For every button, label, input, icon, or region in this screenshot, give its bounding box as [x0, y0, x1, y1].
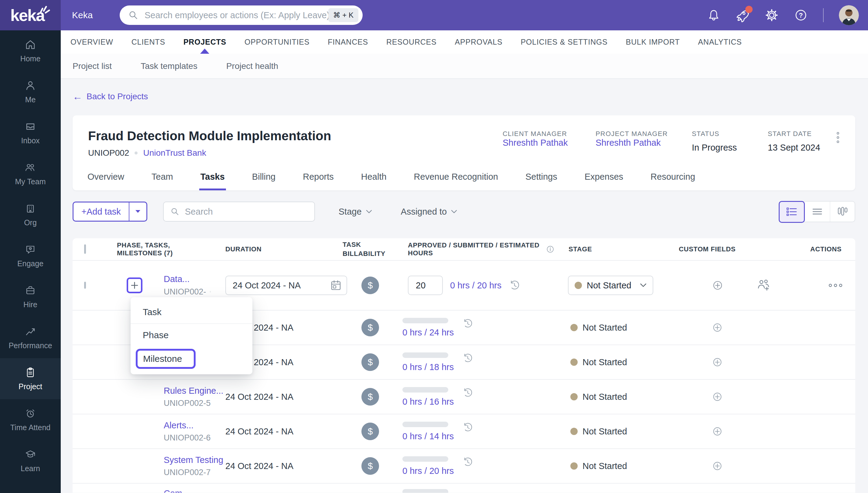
sidebar-item-my-team[interactable]: My Team [0, 153, 61, 194]
back-to-projects-link[interactable]: ← Back to Projects [72, 92, 148, 101]
global-search-input[interactable] [145, 10, 328, 20]
project-more-menu-icon[interactable] [835, 131, 840, 146]
stage-label[interactable]: Not Started [554, 461, 655, 471]
task-name-link[interactable]: Alerts... [164, 421, 211, 430]
history-icon[interactable] [462, 318, 473, 329]
duration-input[interactable]: 24 Oct 2024 - NA [225, 276, 347, 295]
tab-tasks[interactable]: Tasks [199, 165, 226, 190]
global-search[interactable]: ⌘ + K [120, 5, 363, 25]
tab-settings[interactable]: Settings [524, 165, 558, 190]
add-custom-field-icon[interactable] [712, 460, 723, 472]
subnav-project-list[interactable]: Project list [72, 61, 112, 71]
nav-projects[interactable]: PROJECTS [184, 30, 226, 54]
settings-gear-icon[interactable] [765, 8, 779, 22]
sidebar-item-time-attend[interactable]: Time Attend [0, 399, 61, 440]
add-custom-field-icon[interactable] [712, 322, 723, 333]
add-custom-field-icon[interactable] [712, 391, 723, 403]
notifications-bell-icon[interactable] [707, 8, 720, 22]
add-custom-field-icon[interactable] [712, 279, 724, 292]
add-custom-field-icon[interactable] [712, 426, 723, 437]
tab-expenses[interactable]: Expenses [584, 165, 624, 190]
simple-list-view-toggle[interactable] [805, 201, 830, 221]
stage-label[interactable]: Not Started [554, 323, 655, 333]
history-icon[interactable] [462, 387, 473, 398]
nav-bulk-import[interactable]: BULK IMPORT [626, 30, 680, 54]
stage-label[interactable]: Not Started [554, 392, 655, 402]
nav-opportunities[interactable]: OPPORTUNITIES [245, 30, 310, 54]
history-icon[interactable] [462, 456, 473, 468]
nav-overview[interactable]: OVERVIEW [70, 30, 113, 54]
nav-policies-settings[interactable]: POLICIES & SETTINGS [521, 30, 608, 54]
stage-label[interactable]: Not Started [554, 427, 655, 436]
nav-approvals[interactable]: APPROVALS [455, 30, 503, 54]
dropdown-item-phase[interactable]: Phase [131, 324, 252, 346]
subnav-task-templates[interactable]: Task templates [141, 61, 197, 71]
assigned-to-filter[interactable]: Assigned to [401, 207, 458, 217]
billability-icon[interactable]: $ [361, 423, 379, 440]
help-icon[interactable]: ? [794, 8, 808, 22]
keka-logo[interactable]: keka [0, 0, 61, 30]
hours-link[interactable]: 0 hrs / 14 hrs [402, 431, 454, 442]
add-inline-button[interactable] [127, 277, 143, 293]
billability-icon[interactable]: $ [361, 319, 379, 336]
tab-resourcing[interactable]: Resourcing [649, 165, 696, 190]
tab-billing[interactable]: Billing [251, 165, 277, 190]
sidebar-item-performance[interactable]: Performance [0, 317, 61, 358]
history-icon[interactable] [509, 280, 520, 291]
history-icon[interactable] [462, 353, 473, 364]
task-name-link[interactable]: System Testing [164, 455, 211, 465]
sidebar-item-inbox[interactable]: Inbox [0, 112, 61, 153]
hours-link[interactable]: 0 hrs / 18 hrs [402, 362, 454, 372]
add-task-button[interactable]: +Add task [72, 201, 147, 221]
sidebar-item-me[interactable]: Me [0, 71, 61, 112]
nav-finances[interactable]: FINANCES [328, 30, 368, 54]
tab-team[interactable]: Team [150, 165, 174, 190]
nav-resources[interactable]: RESOURCES [386, 30, 437, 54]
add-task-caret[interactable] [129, 202, 146, 221]
info-icon[interactable] [546, 245, 554, 254]
task-name-link[interactable]: Rules Engine... [164, 386, 211, 396]
sidebar-item-home[interactable]: Home [0, 30, 61, 71]
dropdown-item-milestone[interactable]: Milestone [136, 349, 196, 369]
row-more-menu-icon[interactable] [828, 283, 843, 288]
hours-link[interactable]: 0 hrs / 16 hrs [402, 397, 454, 407]
billability-icon[interactable]: $ [361, 277, 379, 294]
detailed-list-view-toggle[interactable] [779, 201, 805, 223]
nav-clients[interactable]: CLIENTS [131, 30, 165, 54]
user-avatar[interactable] [839, 5, 859, 25]
nav-analytics[interactable]: ANALYTICS [698, 30, 742, 54]
task-search[interactable] [163, 201, 315, 221]
billability-icon[interactable]: $ [361, 388, 379, 406]
add-custom-field-icon[interactable] [712, 357, 723, 368]
task-search-input[interactable] [185, 207, 308, 217]
hours-link[interactable]: 0 hrs / 20 hrs [402, 466, 454, 476]
sidebar-item-org[interactable]: Org [0, 194, 61, 235]
sidebar-item-engage[interactable]: Engage [0, 235, 61, 276]
dropdown-item-task[interactable]: Task [131, 301, 252, 323]
billability-icon[interactable]: $ [361, 353, 379, 371]
history-icon[interactable] [462, 422, 473, 433]
stage-filter[interactable]: Stage [339, 207, 372, 217]
tab-overview[interactable]: Overview [86, 165, 125, 190]
tab-reports[interactable]: Reports [302, 165, 335, 190]
row-checkbox[interactable] [84, 282, 86, 289]
billability-icon[interactable]: $ [361, 457, 379, 475]
kanban-view-toggle[interactable] [830, 201, 855, 221]
subnav-project-health[interactable]: Project health [226, 61, 278, 71]
sidebar-item-hire[interactable]: Hire [0, 276, 61, 317]
hours-link[interactable]: 0 hrs / 24 hrs [402, 327, 454, 338]
project-manager-link[interactable]: Shreshth Pathak [596, 138, 660, 148]
sidebar-item-learn[interactable]: Learn [0, 440, 61, 481]
select-all-checkbox[interactable] [84, 244, 86, 254]
sidebar-item-project[interactable]: Project [0, 358, 61, 399]
stage-select[interactable]: Not Started [568, 276, 653, 295]
tab-health[interactable]: Health [360, 165, 388, 190]
client-link[interactable]: UnionTrust Bank [143, 148, 206, 158]
assign-people-icon[interactable] [757, 279, 770, 292]
estimated-hours-input[interactable]: 20 [408, 276, 443, 295]
hours-link[interactable]: 0 hrs / 20 hrs [450, 280, 502, 291]
stage-label[interactable]: Not Started [554, 357, 655, 367]
client-manager-link[interactable]: Shreshth Pathak [503, 138, 568, 148]
whats-new-rocket-icon[interactable] [736, 8, 749, 22]
tab-revenue-recognition[interactable]: Revenue Recognition [413, 165, 499, 190]
